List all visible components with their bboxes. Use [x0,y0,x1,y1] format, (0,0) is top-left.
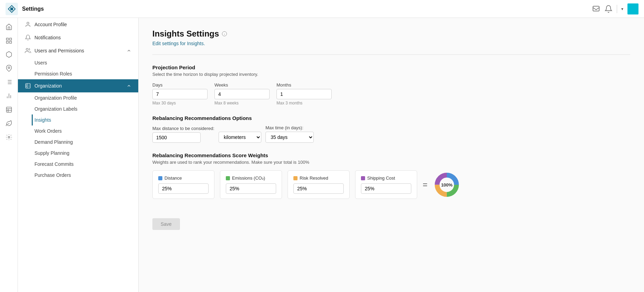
sidebar-item-account-profile[interactable]: Account Profile [18,18,138,31]
page-title-row: Insights Settings [152,29,630,39]
distance-color-dot [158,176,162,180]
page-title: Insights Settings [152,29,219,39]
time-label: Max time (in days): [265,125,314,130]
weight-header-risk: Risk Resolved [293,175,344,181]
rail-home-icon[interactable] [3,21,15,33]
sidebar-item-label: Notifications [34,35,61,40]
header-title: Settings [22,6,44,12]
sidebar-sub-item-users[interactable]: Users [34,57,138,68]
page-subtitle: Edit settings for Insights. [152,41,630,46]
sidebar-sub-item-demand-planning[interactable]: Demand Planning [34,137,138,148]
user-avatar[interactable] [627,3,638,14]
svg-rect-17 [6,107,11,112]
weeks-label: Weeks [214,82,270,88]
user-dropdown[interactable]: ▾ [621,7,623,11]
rail-grid-icon[interactable] [3,34,15,47]
weight-input-risk[interactable] [293,183,344,194]
projection-section-desc: Select the time horizon to display proje… [152,72,630,77]
months-hint: Max 3 months [276,101,332,105]
sidebar-sub-item-work-orders[interactable]: Work Orders [34,125,138,137]
sidebar-sub-item-insights[interactable]: Insights [32,114,138,125]
distance-row: Max distance to be considered: kilometer… [152,125,630,143]
svg-point-22 [27,22,29,24]
projection-section-title: Projection Period [152,64,630,70]
distance-input[interactable] [152,132,201,143]
header-divider [617,5,617,13]
svg-rect-3 [6,38,8,40]
main-content: Insights Settings Edit settings for Insi… [139,18,644,292]
sidebar-item-organization[interactable]: Organization [18,79,138,92]
header-right: ▾ [592,3,638,14]
weight-card-distance: Distance [152,170,214,199]
equals-sign: = [423,180,427,190]
sidebar-sub-item-permission-roles[interactable]: Permission Roles [34,68,138,79]
notification-bell-icon[interactable] [604,5,613,13]
donut-chart: 100% [433,171,461,199]
info-icon[interactable] [222,31,227,37]
left-rail [0,18,18,292]
rail-bar-chart-icon[interactable] [3,90,15,102]
weight-input-distance[interactable] [158,183,209,194]
time-group: Max time (in days): 35 days 14 days 30 d… [265,125,314,143]
rail-location-icon[interactable] [3,62,15,74]
rail-list-icon[interactable] [3,76,15,88]
settings-sidebar: Account Profile Notifications Users and … [18,18,139,292]
sidebar-item-label: Organization [34,83,62,89]
sidebar-sub-item-org-labels[interactable]: Organization Labels [34,103,138,114]
svg-rect-6 [9,41,11,43]
rail-table-icon[interactable] [3,103,15,116]
save-button[interactable]: Save [152,218,180,230]
svg-rect-2 [593,6,599,11]
days-field-group: Days Max 30 days [152,82,208,105]
rail-leaf-icon[interactable] [3,117,15,130]
weight-header-emissions: Emissions (CO₂) [226,175,276,181]
bell-icon [25,34,31,41]
weight-card-shipping: Shipping Cost [355,170,417,199]
time-select[interactable]: 35 days 14 days 30 days 60 days 90 days [265,132,314,143]
weeks-field-group: Weeks Max 8 weeks [214,82,270,105]
sidebar-sub-item-supply-planning[interactable]: Supply Planning [34,148,138,159]
user-icon [25,21,31,28]
rebalancing-options-title: Rebalancing Recommendations Options [152,115,630,121]
sidebar-item-label: Users and Permissions [34,48,84,53]
rail-settings-icon[interactable] [3,131,15,143]
app-header: Settings ▾ [0,0,644,18]
rail-box-icon[interactable] [3,48,15,61]
weight-input-emissions[interactable] [226,183,276,194]
svg-rect-5 [6,41,8,43]
svg-rect-1 [10,8,13,10]
sidebar-sub-item-forecast-commits[interactable]: Forecast Commits [34,159,138,170]
unit-select[interactable]: kilometers miles [219,132,261,143]
days-input[interactable] [152,89,208,99]
weights-desc: Weights are used to rank your recommenda… [152,160,630,165]
svg-point-23 [26,48,28,50]
weight-card-risk: Risk Resolved [288,170,350,199]
weight-card-emissions: Emissions (CO₂) [220,170,282,199]
sidebar-sub-item-purchase-orders[interactable]: Purchase Orders [34,170,138,181]
weight-label-shipping: Shipping Cost [367,175,395,181]
weight-input-shipping[interactable] [361,183,411,194]
weights-title: Rebalancing Recommendations Score Weight… [152,152,630,158]
months-input[interactable] [276,89,332,99]
sidebar-item-notifications[interactable]: Notifications [18,31,138,44]
rebalancing-options-section: Rebalancing Recommendations Options Max … [152,115,630,143]
sidebar-sub-item-org-profile[interactable]: Organization Profile [34,92,138,103]
header-left: Settings [6,3,44,15]
chevron-up-icon-org [127,83,131,88]
weeks-input[interactable] [214,89,270,99]
emissions-color-dot [226,176,230,180]
sidebar-item-users-permissions[interactable]: Users and Permissions [18,44,138,57]
users-icon [25,48,31,54]
weight-header-distance: Distance [158,175,209,181]
weight-label-emissions: Emissions (CO₂) [232,175,265,181]
users-permissions-submenu: Users Permission Roles [18,57,138,79]
projection-fields: Days Max 30 days Weeks Max 8 weeks Month… [152,82,630,105]
organization-submenu: Organization Profile Organization Labels… [18,92,138,181]
svg-point-21 [8,137,10,138]
distance-label: Max distance to be considered: [152,126,214,131]
months-field-group: Months Max 3 months [276,82,332,105]
message-icon[interactable] [592,5,600,13]
score-weights-section: Rebalancing Recommendations Score Weight… [152,152,630,199]
building-icon [25,83,31,89]
donut-label: 100% [441,182,452,187]
